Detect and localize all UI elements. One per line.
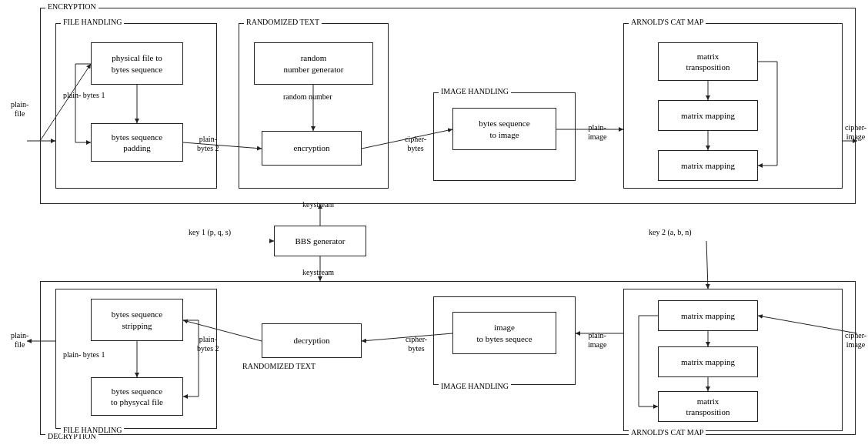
plain-file-enc-label: plain- file: [11, 100, 28, 119]
keystream-upper-label: keystream: [302, 200, 334, 209]
bytes-sequence-stripping-box: bytes sequence stripping: [91, 299, 183, 341]
encryption-label: ENCRYPTION: [45, 2, 98, 11]
random-number-generator-box: random number generator: [254, 42, 373, 85]
matrix-transposition-enc-box: matrix transposition: [658, 42, 758, 81]
diagram: ENCRYPTION FILE HANDLING physical file t…: [0, 0, 868, 445]
arnolds-cat-dec-label: ARNOLD'S CAT MAP: [629, 428, 706, 437]
bytes-seq-to-physical-box: bytes sequence to physycal file: [91, 377, 183, 416]
bbs-generator-box: BBS generator: [274, 226, 366, 256]
bytes-sequence-padding-box: bytes sequence padding: [91, 123, 183, 162]
randomized-text-dec-label: RANDOMIZED TEXT: [242, 362, 315, 370]
image-to-bytes-box: image to bytes sequece: [452, 312, 556, 354]
matrix-mapping-dec2-box: matrix mapping: [658, 346, 758, 377]
image-handling-enc-label: IMAGE HANDLING: [439, 87, 511, 95]
cipher-bytes-enc-label: cipher- bytes: [405, 135, 426, 153]
bytes-seq-to-image-box: bytes sequence to image: [452, 108, 556, 150]
arnolds-cat-enc-label: ARNOLD'S CAT MAP: [629, 18, 706, 26]
encryption-box: encryption: [262, 131, 362, 166]
image-handling-dec-label: IMAGE HANDLING: [439, 382, 511, 390]
file-handling-enc-label: FILE HANDLING: [61, 18, 124, 26]
physical-file-bytes-box: physical file to bytes sequence: [91, 42, 183, 85]
plain-file-dec-label: plain- file: [11, 331, 28, 350]
file-handling-dec-label: FILE HANDLING: [61, 426, 124, 434]
cipher-bytes-dec-label: cipher- bytes: [406, 335, 427, 353]
cipher-image-dec-label: cipher- image: [845, 331, 866, 350]
key2-label: key 2 (a, b, n): [649, 228, 692, 237]
cipher-image-enc-label: cipher- image: [845, 123, 866, 142]
matrix-transposition-dec-box: matrix transposition: [658, 391, 758, 422]
plain-image-enc-label: plain- image: [588, 123, 606, 142]
randomized-text-enc-label: RANDOMIZED TEXT: [244, 18, 322, 26]
matrix-mapping-enc1-box: matrix mapping: [658, 100, 758, 131]
key1-label: key 1 (p, q, s): [189, 228, 231, 237]
plain-bytes2-dec-label: plain- bytes 2: [197, 335, 219, 353]
plain-image-dec-label: plain- image: [588, 331, 606, 350]
decryption-box: decryption: [262, 323, 362, 358]
plain-bytes1-enc-label: plain- bytes 1: [63, 91, 105, 100]
plain-bytes2-enc-label: plain- bytes 2: [197, 135, 219, 153]
keystream-lower-label: keystream: [302, 268, 334, 277]
plain-bytes1-dec-label: plain- bytes 1: [63, 350, 105, 360]
matrix-mapping-enc2-box: matrix mapping: [658, 150, 758, 181]
matrix-mapping-dec1-box: matrix mapping: [658, 300, 758, 331]
random-number-label: random number: [283, 92, 332, 102]
